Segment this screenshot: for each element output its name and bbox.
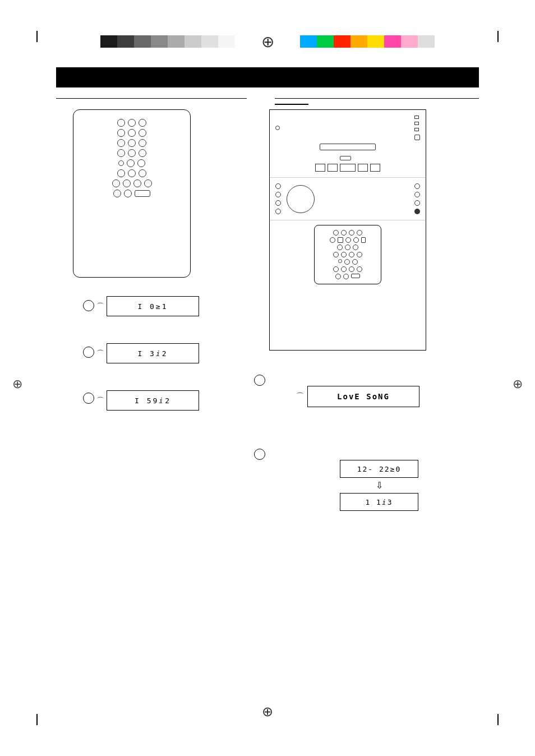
stereo-top-row1 (275, 116, 420, 140)
mr-row-3 (337, 245, 358, 250)
mr-btn-8 (337, 245, 343, 250)
s-btn-1 (275, 183, 281, 189)
rbtn-1 (117, 119, 125, 127)
circle-label-5 (254, 449, 265, 460)
mini-remote-diagram (314, 225, 381, 284)
remote-row-8 (113, 190, 150, 197)
headphone-icon-3: ⌒ (96, 396, 104, 406)
mr-btn-sm-1 (338, 259, 342, 263)
circle-label-4 (254, 375, 265, 386)
s-btn-8 (414, 209, 420, 214)
stereo-right-buttons (414, 183, 420, 214)
bottom-arrow: ⇩ (340, 478, 418, 493)
remote-row-4 (117, 149, 146, 157)
headphone-icon-2: ⌒ (96, 349, 104, 359)
right-crosshair: ⊕ (513, 377, 523, 391)
rbtn-2 (128, 119, 136, 127)
mr-btn-20 (357, 266, 362, 272)
bottom-text-line1: 12- 22≥0 (357, 465, 402, 473)
stereo-buttons-row (275, 164, 420, 172)
stereo-btn-1 (315, 164, 325, 172)
rbtn-18 (112, 179, 120, 187)
tape-slot (320, 144, 376, 150)
s-btn-4 (275, 209, 281, 214)
mr-btn-5 (330, 237, 335, 243)
remote-row-5 (118, 159, 145, 167)
remote-row-2 (117, 129, 146, 137)
mr-btn-4 (357, 230, 362, 236)
rbtn-14 (137, 159, 145, 167)
stereo-btn-4 (370, 164, 380, 172)
remote-row-6 (117, 169, 146, 177)
display-panel-3: I 59ⅈ2 (107, 390, 199, 411)
love-song-display: LovE SoNG (307, 386, 419, 407)
mr-btn-18 (341, 266, 347, 272)
display-text-1: I 0≥1 (137, 302, 168, 311)
rbtn-15 (117, 169, 125, 177)
left-crosshair: ⊕ (12, 377, 22, 391)
mr-btn-12 (341, 252, 347, 257)
border-corner-bottom-right (497, 714, 499, 725)
hr-left (56, 98, 247, 99)
stereo-device-diagram (269, 109, 426, 351)
stereo-top-section (270, 110, 426, 178)
s-btn-7 (414, 200, 420, 206)
remote-row-1 (117, 119, 146, 127)
mr-btn-13 (349, 252, 354, 257)
mr-btn-1 (333, 230, 339, 236)
stereo-dot-left (275, 126, 280, 130)
mr-btn-wide (351, 274, 360, 278)
mr-row-6 (333, 266, 362, 272)
rbtn-3 (139, 119, 146, 127)
rbtn-19 (123, 179, 131, 187)
rbtn-7 (117, 139, 125, 147)
s-btn-5 (414, 183, 420, 189)
border-corner-top-right (497, 31, 499, 42)
circle-label-1 (83, 300, 94, 311)
mr-btn-9 (345, 245, 350, 250)
rbtn-12 (139, 149, 146, 157)
stereo-left-buttons (275, 183, 281, 214)
rbtn-9 (139, 139, 146, 147)
mr-btn-15 (344, 259, 350, 265)
mr-btn-2 (341, 230, 347, 236)
mr-row-2 (330, 237, 366, 243)
stereo-remote-section (270, 220, 426, 350)
remote-row-7 (112, 179, 152, 187)
mr-btn-22 (343, 274, 349, 279)
stereo-dots-right (414, 116, 420, 140)
mr-btn-16 (352, 259, 358, 265)
bottom-text-line2: 1 1ⅈ3 (365, 498, 393, 506)
mr-btn-6 (345, 237, 351, 243)
rbtn-10 (117, 149, 125, 157)
rbtn-5 (128, 129, 136, 137)
border-corner-top-left (36, 31, 38, 42)
mr-btn-17 (333, 266, 339, 272)
mr-row-1 (333, 230, 362, 236)
border-corner-bottom-left (36, 714, 38, 725)
hr-right (275, 98, 479, 99)
stereo-btn-3 (358, 164, 368, 172)
rbtn-11 (128, 149, 136, 157)
color-strip (300, 35, 435, 48)
rbtn-21 (144, 179, 152, 187)
rbtn-wide-1 (135, 190, 150, 197)
bottom-display-area: 12- 22≥0 ⇩ 1 1ⅈ3 (340, 460, 418, 511)
hr-right-underline (275, 104, 308, 105)
rbtn-16 (128, 169, 136, 177)
display-text-2: I 3ⅈ2 (137, 349, 168, 358)
rbtn-13 (127, 159, 135, 167)
display-panel-2: I 3ⅈ2 (107, 343, 199, 363)
rbtn-8 (128, 139, 136, 147)
headphone-icon-4: ⌒ (296, 391, 304, 402)
headphone-icon-1: ⌒ (96, 302, 104, 312)
bottom-display-line1: 12- 22≥0 (340, 460, 418, 478)
mr-btn-3 (349, 230, 354, 236)
circle-label-3 (83, 393, 94, 404)
love-song-text: LovE SoNG (337, 392, 390, 401)
s-btn-6 (414, 192, 420, 197)
rbtn-4 (117, 129, 125, 137)
display-text-3: I 59ⅈ2 (135, 397, 171, 405)
remote-left-diagram (73, 109, 191, 278)
rbtn-20 (133, 179, 141, 187)
